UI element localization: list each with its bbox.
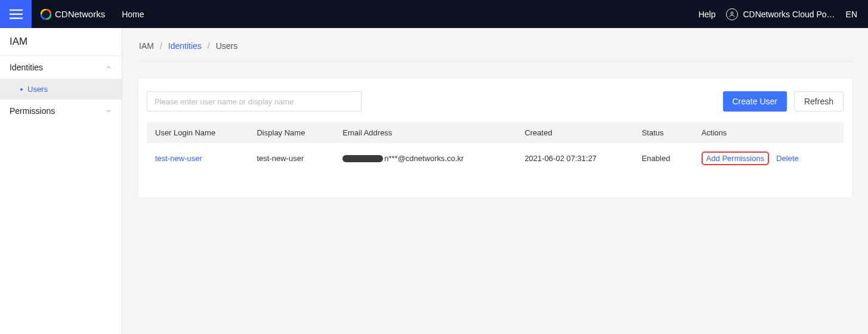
delete-link[interactable]: Delete (776, 154, 799, 163)
sidebar-group-label: Identities (10, 63, 43, 72)
sidebar-item-users[interactable]: Users (0, 79, 122, 100)
sidebar-group-head-permissions[interactable]: Permissions (0, 100, 122, 122)
sidebar-group-head-identities[interactable]: Identities (0, 56, 122, 79)
user-menu[interactable]: CDNetworks Cloud Po… (726, 8, 835, 20)
sidebar: IAM Identities Users Permissions (0, 28, 122, 334)
language-switch[interactable]: EN (846, 10, 857, 19)
breadcrumb: IAM / Identities / Users (138, 28, 852, 62)
cell-display-name: test-new-user (248, 143, 334, 174)
breadcrumb-sep: / (208, 41, 210, 51)
chevron-up-icon (105, 64, 112, 71)
topbar: CDNetworks Home Help CDNetworks Cloud Po… (0, 0, 868, 28)
users-panel: Create User Refresh User Login Name Disp… (138, 78, 852, 198)
sidebar-title: IAM (0, 28, 122, 56)
bullet-icon (20, 88, 23, 91)
email-suffix: n***@cdnetworks.co.kr (384, 154, 464, 163)
hamburger-icon (10, 9, 23, 20)
chevron-down-icon (105, 107, 112, 115)
sidebar-item-label: Users (27, 85, 48, 94)
menu-toggle-button[interactable] (0, 0, 32, 28)
brand: CDNetworks (41, 9, 105, 20)
sidebar-group-label: Permissions (10, 106, 55, 116)
col-login: User Login Name (147, 122, 248, 143)
col-actions: Actions (693, 122, 844, 143)
svg-rect-1 (10, 13, 23, 14)
breadcrumb-root[interactable]: IAM (139, 41, 154, 51)
col-email: Email Address (334, 122, 516, 143)
col-display: Display Name (248, 122, 334, 143)
svg-point-4 (731, 12, 733, 14)
cell-status: Enabled (634, 143, 693, 174)
panel-actions: Create User Refresh (723, 91, 844, 112)
user-login-link[interactable]: test-new-user (155, 154, 202, 163)
add-permissions-highlight: Add Permissions (702, 151, 770, 165)
main: IAM / Identities / Users Create User Ref… (122, 28, 868, 334)
brand-logo-icon (41, 9, 51, 20)
table-header-row: User Login Name Display Name Email Addre… (147, 122, 844, 143)
user-avatar-icon (726, 8, 738, 20)
cell-created: 2021-06-02 07:31:27 (516, 143, 633, 174)
create-user-button[interactable]: Create User (723, 91, 787, 112)
panel-toolbar: Create User Refresh (147, 91, 844, 112)
breadcrumb-users: Users (216, 41, 238, 51)
shell: IAM Identities Users Permissions IAM / I… (0, 28, 868, 334)
user-name-label: CDNetworks Cloud Po… (743, 10, 835, 19)
search-input[interactable] (147, 91, 362, 112)
breadcrumb-identities[interactable]: Identities (168, 41, 202, 51)
topbar-right: Help CDNetworks Cloud Po… EN (699, 8, 868, 20)
help-link[interactable]: Help (699, 10, 716, 19)
redacted-icon (342, 155, 383, 162)
breadcrumb-sep: / (160, 41, 162, 51)
home-link[interactable]: Home (122, 10, 144, 19)
cell-actions: Add Permissions Delete (702, 151, 835, 165)
svg-rect-0 (10, 9, 23, 10)
cell-email: n***@cdnetworks.co.kr (342, 154, 508, 163)
brand-text: CDNetworks (55, 9, 105, 19)
users-table: User Login Name Display Name Email Addre… (147, 122, 844, 174)
table-row: test-new-user test-new-user n***@cdnetwo… (147, 143, 844, 174)
refresh-button[interactable]: Refresh (794, 91, 844, 112)
svg-rect-2 (10, 17, 23, 18)
col-created: Created (516, 122, 633, 143)
sidebar-group-permissions: Permissions (0, 100, 122, 122)
col-status: Status (634, 122, 693, 143)
add-permissions-link[interactable]: Add Permissions (706, 154, 765, 163)
sidebar-group-identities: Identities Users (0, 56, 122, 100)
